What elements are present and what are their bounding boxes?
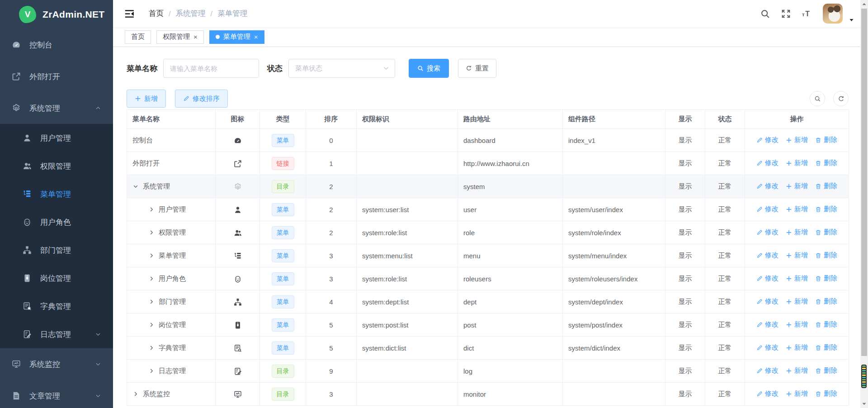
sidebar-item-5[interactable]: 菜单管理	[0, 180, 113, 208]
sidebar-item-2[interactable]: 系统管理	[0, 92, 113, 124]
sidebar-item-6[interactable]: 用户角色	[0, 208, 113, 236]
edit-link[interactable]: 修改	[756, 251, 778, 260]
edit-link[interactable]: 修改	[756, 136, 778, 144]
scroll-down-icon[interactable]	[862, 401, 867, 406]
menu-status-select[interactable]: 菜单状态	[288, 59, 395, 78]
logo[interactable]: V ZrAdmin.NET	[0, 0, 113, 29]
monitor-icon	[12, 360, 21, 369]
add-link[interactable]: 新增	[786, 136, 808, 144]
breadcrumb-item-0[interactable]: 首页	[149, 9, 164, 19]
component-cell: system/roleusers/index	[563, 267, 665, 290]
delete-link[interactable]: 删除	[815, 297, 837, 306]
reset-button[interactable]: 重置	[458, 59, 496, 78]
add-button[interactable]: 新增	[127, 90, 166, 108]
add-link[interactable]: 新增	[786, 182, 808, 190]
browser-scrollbar[interactable]	[860, 0, 868, 408]
tab-0[interactable]: 首页	[125, 30, 151, 44]
refresh-table-button[interactable]	[833, 91, 849, 106]
sidebar-item-10[interactable]: 日志管理	[0, 320, 113, 348]
add-link[interactable]: 新增	[786, 320, 808, 329]
scrollbar-thumb[interactable]	[861, 9, 867, 356]
delete-link[interactable]: 删除	[815, 320, 837, 329]
sidebar-item-7[interactable]: 部门管理	[0, 236, 113, 264]
visible-cell: 显示	[665, 313, 705, 337]
add-link[interactable]: 新增	[786, 274, 808, 283]
edit-link[interactable]: 修改	[756, 343, 778, 352]
component-cell	[563, 152, 665, 175]
tab-2[interactable]: 菜单管理 ×	[209, 30, 264, 44]
expand-row-icon[interactable]	[148, 229, 155, 236]
delete-link[interactable]: 删除	[815, 159, 837, 167]
menu-name-input[interactable]	[163, 59, 259, 78]
chevron-up-icon	[95, 105, 101, 111]
expand-row-icon[interactable]	[148, 275, 155, 282]
tab-close-icon[interactable]: ×	[193, 33, 198, 40]
sidebar-item-12[interactable]: 文章管理	[0, 380, 113, 408]
table-row: 字典管理 菜单 5 system:dict:list dict system/d…	[127, 337, 849, 360]
add-link[interactable]: 新增	[786, 297, 808, 306]
sidebar-item-1[interactable]: 外部打开	[0, 61, 113, 92]
header-search-icon[interactable]	[760, 9, 770, 19]
edit-link[interactable]: 修改	[756, 205, 778, 213]
table-row: 用户管理 菜单 2 system:user:list user system/u…	[127, 198, 849, 221]
edit-link[interactable]: 修改	[756, 182, 778, 190]
expand-row-icon[interactable]	[148, 299, 155, 305]
edit-link[interactable]: 修改	[756, 274, 778, 283]
sidebar-item-11[interactable]: 系统监控	[0, 348, 113, 380]
show-search-toggle-button[interactable]	[810, 91, 825, 106]
font-size-icon[interactable]: тT	[802, 9, 811, 19]
expand-row-icon[interactable]	[132, 391, 139, 397]
add-link[interactable]: 新增	[786, 228, 808, 237]
edit-link[interactable]: 修改	[756, 366, 778, 375]
plus-icon	[786, 391, 792, 397]
delete-link[interactable]: 删除	[815, 182, 837, 190]
sidebar-item-3[interactable]: 用户管理	[0, 124, 113, 152]
status-cell: 正常	[705, 221, 745, 244]
modify-sort-button[interactable]: 修改排序	[175, 90, 228, 108]
delete-link[interactable]: 删除	[815, 136, 837, 144]
add-link[interactable]: 新增	[786, 251, 808, 260]
delete-link[interactable]: 删除	[815, 343, 837, 352]
edit-link[interactable]: 修改	[756, 159, 778, 167]
user-menu-caret-icon[interactable]	[849, 17, 854, 23]
add-link[interactable]: 新增	[786, 343, 808, 352]
sidebar-item-9[interactable]: 字典管理	[0, 292, 113, 320]
expand-row-icon[interactable]	[148, 206, 155, 213]
tab-close-icon[interactable]: ×	[254, 33, 258, 40]
delete-link[interactable]: 删除	[815, 366, 837, 375]
collapse-row-icon[interactable]	[132, 183, 139, 190]
sidebar-item-4[interactable]: 权限管理	[0, 152, 113, 180]
status-label: 状态	[267, 63, 283, 74]
delete-link[interactable]: 删除	[815, 228, 837, 237]
tab-1[interactable]: 权限管理 ×	[156, 30, 204, 44]
fullscreen-icon[interactable]	[781, 9, 791, 19]
dashboard-icon	[234, 137, 242, 145]
delete-link[interactable]: 删除	[815, 274, 837, 283]
sidebar-collapse-icon[interactable]	[125, 9, 135, 18]
expand-row-icon[interactable]	[148, 368, 155, 374]
article-icon	[12, 391, 21, 400]
delete-link[interactable]: 删除	[815, 251, 837, 260]
scroll-up-icon[interactable]	[862, 2, 867, 7]
user-avatar[interactable]	[823, 4, 843, 24]
expand-row-icon[interactable]	[148, 345, 155, 351]
sort-cell: 2	[306, 175, 357, 198]
add-link[interactable]: 新增	[786, 205, 808, 213]
add-link[interactable]: 新增	[786, 389, 808, 398]
sidebar-item-0[interactable]: 控制台	[0, 29, 113, 61]
expand-row-icon[interactable]	[148, 252, 155, 259]
add-link[interactable]: 新增	[786, 366, 808, 375]
edit-link[interactable]: 修改	[756, 228, 778, 237]
breadcrumb-item-1[interactable]: 系统管理	[176, 9, 206, 19]
breadcrumb-item-2[interactable]: 菜单管理	[217, 9, 247, 19]
route-cell: roleusers	[458, 267, 563, 290]
delete-link[interactable]: 删除	[815, 389, 837, 398]
edit-link[interactable]: 修改	[756, 389, 778, 398]
edit-link[interactable]: 修改	[756, 320, 778, 329]
edit-link[interactable]: 修改	[756, 297, 778, 306]
sidebar-item-8[interactable]: 岗位管理	[0, 264, 113, 292]
expand-row-icon[interactable]	[148, 322, 155, 328]
search-button[interactable]: 搜索	[409, 59, 449, 78]
delete-link[interactable]: 删除	[815, 205, 837, 213]
add-link[interactable]: 新增	[786, 159, 808, 167]
